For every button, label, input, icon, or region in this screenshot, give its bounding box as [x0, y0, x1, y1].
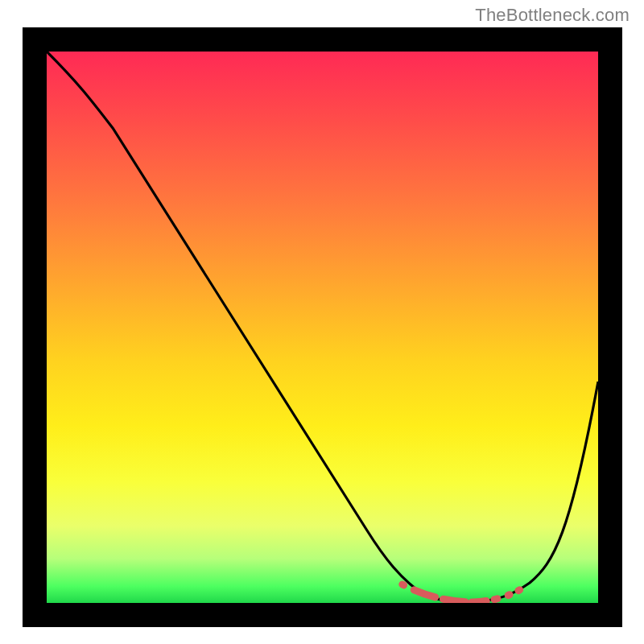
curve-layer — [47, 52, 598, 603]
attribution-label: TheBottleneck.com — [475, 5, 630, 26]
bottleneck-curve — [47, 52, 598, 602]
chart-container: TheBottleneck.com — [0, 0, 644, 644]
plot-frame — [23, 27, 622, 627]
optimal-region-marker — [401, 583, 531, 602]
